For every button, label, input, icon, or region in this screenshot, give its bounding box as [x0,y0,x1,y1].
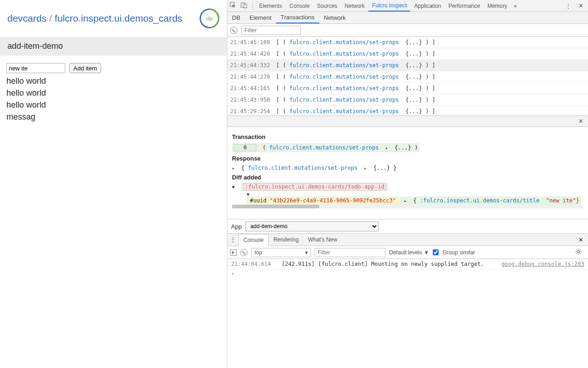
subtab-db[interactable]: DB [227,12,245,23]
group-similar-label: Group similar [442,249,475,256]
transaction-list[interactable]: 21:45:45:109 [ ( fulcro.client.mutations… [227,37,588,116]
context-select-value: top [254,249,262,256]
diff-added-heading: Diff added [232,174,583,181]
disclosure-icon[interactable]: ▸ [364,166,369,171]
breadcrumb: devcards / fulcro.inspect.ui.demos_cards… [0,0,227,37]
tx-timestamp: 21:45:44:270 [230,74,276,80]
execution-context-icon[interactable] [230,249,237,256]
tab-elements[interactable]: Elements [255,0,286,12]
breadcrumb-leaf[interactable]: fulcro.inspect.ui.demos_cards [55,13,182,24]
tab-memory[interactable]: Memory [484,0,511,12]
disclosure-down-icon[interactable]: ▼ [232,184,237,190]
transaction-row[interactable]: 21:45:44:165 [ ( fulcro.client.mutations… [227,83,588,94]
drawer-menu-icon[interactable]: ⋮ [227,236,238,243]
card-title: add-item-demo [0,37,227,56]
chevron-down-icon: ▾ [305,249,308,256]
clear-icon[interactable] [230,27,237,34]
log-levels-select[interactable]: Default levels ▼ [389,249,429,256]
subtab-element[interactable]: Element [245,12,276,23]
svg-line-11 [577,250,577,251]
tx-timestamp: 21:45:44:332 [230,62,276,69]
transaction-heading: Transaction [232,133,583,140]
devtools-menu-icon[interactable]: ⋮ [563,3,574,9]
log-message: [242.911s] [fulcro.client] Mounting on n… [282,261,501,267]
filter-input[interactable] [241,26,301,35]
add-item-button[interactable]: Add item [69,63,101,73]
uuid-tag: #uuid [250,197,266,204]
drawer-tab-console[interactable]: Console [238,234,269,246]
resp-symbol: fulcro.client.mutations/set-props [248,165,357,171]
list-item: messag [6,111,220,123]
tx-paren-close: {...} ) [395,144,418,151]
list-item: hello world [6,75,220,87]
transaction-row[interactable]: 21:45:45:109 [ ( fulcro.client.mutations… [227,37,588,48]
cljs-logo-icon: cljs [199,8,220,29]
tx-open: [ ( [276,39,286,46]
tab-sources[interactable]: Sources [313,0,341,12]
app-select[interactable]: add-item-demo [245,221,379,231]
drawer-tab-whatsnew[interactable]: What's New [303,234,342,246]
tx-timestamp: 21:45:29:254 [230,108,276,115]
svg-point-6 [577,251,579,253]
new-item-input[interactable] [6,63,65,73]
detail-close-icon[interactable]: ✕ [574,118,588,125]
inspect-element-icon[interactable] [227,2,238,10]
diff-entry-open: { [413,197,417,204]
diff-entry-val: "new ite"} [546,197,579,204]
transaction-row[interactable]: 21:45:44:420 [ ( fulcro.client.mutations… [227,48,588,60]
tx-symbol: fulcro.client.mutations/set-props [269,144,379,151]
svg-line-12 [580,253,581,254]
tx-rest: {...} ) ] [406,39,435,46]
svg-text:cljs: cljs [206,16,213,21]
transaction-row[interactable]: 21:45:43:958 [ ( fulcro.client.mutations… [227,94,588,106]
tx-timestamp: 21:45:45:109 [230,39,276,46]
disclosure-icon[interactable]: ▸ [385,145,390,150]
drawer-tab-rendering[interactable]: Rendering [269,234,303,246]
tab-application[interactable]: Application [410,0,445,12]
subtab-network[interactable]: Network [319,12,351,23]
tx-index: 0 [234,144,256,151]
console-settings-icon[interactable] [571,248,585,256]
tab-network[interactable]: Network [341,0,368,12]
devtools-close-icon[interactable]: ✕ [574,2,588,9]
group-similar-checkbox[interactable] [433,249,439,255]
response-heading: Response [232,155,583,162]
tx-timestamp: 21:45:43:958 [230,97,276,103]
context-select[interactable]: top▾ [251,248,311,257]
console-log-row: 21:44:04.614 [242.911s] [fulcro.client] … [227,259,588,270]
horizontal-scrollbar[interactable] [232,205,583,208]
tx-timestamp: 21:45:44:420 [230,51,276,57]
list-item: hello world [6,99,220,111]
transaction-row[interactable]: 21:45:29:254 [ ( fulcro.client.mutations… [227,106,588,116]
drawer-close-icon[interactable]: ✕ [574,236,588,243]
tab-fulcro-inspect[interactable]: Fulcro Inspect [368,0,410,12]
transaction-row[interactable]: 21:45:44:332 [ ( fulcro.client.mutations… [227,60,588,71]
app-label: App [231,223,242,230]
diff-entry-kw: :fulcro.inspect.ui.demos-cards/title [420,197,539,204]
console-filter-input[interactable] [315,248,385,257]
svg-line-14 [577,253,577,254]
tab-performance[interactable]: Performance [445,0,484,12]
log-timestamp: 21:44:04.614 [231,261,282,267]
uuid-value: "43b226e9-c4a9-4116-9065-9092fe25bcc3" [270,197,396,204]
log-source-link[interactable]: goog.debug.console.js:203 [501,261,584,267]
resp-close: {...} } [373,165,397,171]
list-item: hello world [6,87,220,99]
transaction-row[interactable]: 21:45:44:270 [ ( fulcro.client.mutations… [227,71,588,83]
disclosure-icon[interactable]: ▸ [232,166,237,171]
device-toggle-icon[interactable] [238,2,249,10]
console-prompt[interactable]: › [227,270,588,278]
breadcrumb-sep: / [46,13,55,24]
resp-open: { [241,165,244,171]
disclosure-icon[interactable]: ▸ [404,198,408,203]
subtab-transactions[interactable]: Transactions [276,12,319,23]
tx-paren-open: ( [262,144,266,151]
svg-line-13 [580,250,581,251]
tx-timestamp: 21:45:44:165 [230,85,276,92]
tx-symbol: fulcro.client.mutations/set-props [289,39,399,46]
tabs-overflow-icon[interactable]: » [511,3,520,9]
svg-rect-5 [244,4,247,8]
tab-console[interactable]: Console [286,0,313,12]
clear-console-icon[interactable] [240,249,248,256]
breadcrumb-root[interactable]: devcards [7,13,46,24]
